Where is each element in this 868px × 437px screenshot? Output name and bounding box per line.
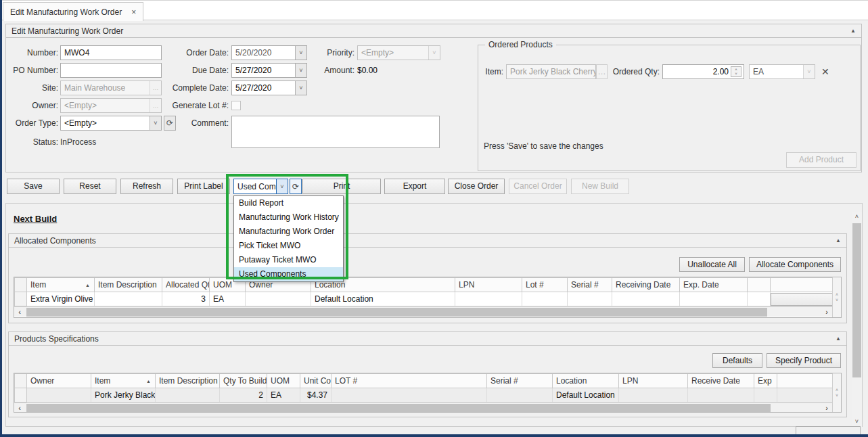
row-selector-cell[interactable]	[15, 292, 27, 306]
comment-textarea[interactable]	[231, 116, 440, 148]
cell-lpn[interactable]	[455, 292, 522, 306]
scroll-up-icon[interactable]: ˄	[852, 212, 862, 222]
dropdown-option-used-components[interactable]: Used Components	[234, 267, 343, 281]
scroll-left-icon[interactable]: ‹	[14, 403, 25, 412]
dropdown-option-putaway-ticket-mwo[interactable]: Putaway Ticket MWO	[234, 253, 343, 267]
allocated-vertical-scroll-strip[interactable]: ˄ ˅	[832, 277, 841, 317]
dropdown-option-manufacturing-work-history[interactable]: Manufacturing Work History	[234, 210, 343, 225]
defaults-button[interactable]: Defaults	[712, 353, 762, 368]
print-button[interactable]: Print	[302, 179, 381, 194]
col-lpn[interactable]: LPN	[455, 278, 522, 292]
products-hscroll-thumb[interactable]	[26, 404, 771, 412]
row-selector-cell[interactable]	[15, 388, 27, 402]
products-vertical-scroll-strip[interactable]: ˄ ˅	[832, 373, 841, 412]
main-vscroll-thumb[interactable]	[852, 223, 861, 377]
scroll-up-icon[interactable]: ˄	[836, 388, 838, 392]
col-location[interactable]: Location	[553, 374, 619, 388]
op-qty-spinner[interactable]: ˄ ˅	[731, 66, 741, 77]
op-delete-icon[interactable]: ✕	[821, 64, 829, 79]
cell-exp-date[interactable]	[680, 292, 748, 306]
scroll-up-icon[interactable]: ˄	[836, 292, 838, 297]
col-exp[interactable]: Exp	[754, 374, 777, 388]
scroll-down-icon[interactable]: ˅	[852, 417, 862, 427]
unallocate-row-button[interactable]: U	[771, 293, 832, 306]
cell-receiving-date[interactable]	[612, 292, 680, 306]
cell-owner[interactable]	[27, 388, 91, 402]
close-order-button[interactable]: Close Order	[448, 179, 505, 194]
print-label-button[interactable]: Print Label	[177, 179, 230, 194]
cell-owner[interactable]	[246, 292, 311, 306]
scroll-right-icon[interactable]: ›	[821, 307, 832, 317]
scroll-right-icon[interactable]: ›	[821, 403, 832, 412]
reset-button[interactable]: Reset	[64, 179, 116, 194]
tab-edit-manufacturing-work-order[interactable]: Edit Manufacturing Work Order ×	[3, 2, 143, 21]
next-build-heading[interactable]: Next Build	[14, 214, 57, 224]
cell-uom[interactable]: EA	[210, 292, 246, 306]
cell-serial[interactable]	[568, 292, 612, 306]
cell-location[interactable]: Default Location	[311, 292, 455, 306]
main-vertical-scrollbar[interactable]: ˄ ˅	[852, 212, 862, 427]
col-serial[interactable]: Serial #	[568, 278, 612, 292]
col-serial[interactable]: Serial #	[487, 374, 553, 388]
scroll-down-icon[interactable]: ˅	[836, 298, 838, 302]
complete-date-dropdown-icon[interactable]: ˅	[295, 81, 306, 95]
cell-exp[interactable]	[754, 388, 777, 402]
products-horizontal-scrollbar[interactable]: ‹ ›	[14, 402, 832, 412]
collapse-section-icon[interactable]: ▲	[850, 24, 856, 38]
dropdown-option-manufacturing-work-order[interactable]: Manufacturing Work Order	[234, 225, 343, 239]
cell-lpn[interactable]	[619, 388, 688, 402]
col-uom[interactable]: UOM	[267, 374, 300, 388]
col-allocated-qty[interactable]: Allocated Qty	[162, 278, 210, 292]
scroll-left-icon[interactable]: ‹	[14, 307, 25, 317]
cell-qty-to-build[interactable]: 2	[220, 388, 267, 402]
collapse-section-icon[interactable]: ▲	[836, 234, 841, 248]
allocated-hscroll-thumb[interactable]	[26, 308, 767, 317]
col-receive-date[interactable]: Receive Date	[688, 374, 754, 388]
cell-unit-cost[interactable]: $4.37	[300, 388, 332, 402]
spin-down-icon[interactable]: ˅	[735, 72, 737, 76]
export-button[interactable]: Export	[384, 179, 445, 194]
cell-location[interactable]: Default Location	[553, 388, 619, 402]
col-exp-date[interactable]: Exp. Date	[680, 278, 748, 292]
col-lot[interactable]: LOT #	[332, 374, 487, 388]
dropdown-option-build-report[interactable]: Build Report	[234, 196, 343, 210]
op-item-input: Pork Jerky Black Cherry	[506, 64, 596, 79]
report-type-refresh-button[interactable]: ⟳	[290, 179, 302, 194]
cell-receive-date[interactable]	[688, 388, 754, 402]
cell-allocated-qty[interactable]: 3	[162, 292, 210, 306]
col-owner[interactable]: Owner	[27, 374, 91, 388]
col-lpn[interactable]: LPN	[619, 374, 688, 388]
cell-item-description[interactable]	[156, 388, 220, 402]
report-type-dropdown-icon[interactable]: ˅	[276, 179, 288, 193]
specify-product-button[interactable]: Specify Product	[767, 353, 841, 368]
allocated-horizontal-scrollbar[interactable]: ‹ ›	[14, 306, 832, 317]
dropdown-option-pick-ticket-mwo[interactable]: Pick Ticket MWO	[234, 239, 343, 253]
products-row[interactable]: Pork Jerky Black Ch... 2 EA $4.37 Defaul…	[15, 388, 833, 402]
col-qty-to-build[interactable]: Qty To Build	[220, 374, 267, 388]
col-item-description[interactable]: Item Description	[95, 278, 162, 292]
cell-serial[interactable]	[487, 388, 553, 402]
col-unit-cost[interactable]: Unit Cost	[300, 374, 332, 388]
col-item[interactable]: Item▲	[27, 278, 95, 292]
cell-item[interactable]: Pork Jerky Black Ch...	[91, 388, 156, 402]
cell-lot[interactable]	[522, 292, 568, 306]
allocate-components-button[interactable]: Allocate Components	[749, 257, 841, 272]
cell-uom[interactable]: EA	[267, 388, 300, 402]
complete-date-input[interactable]: 5/27/2020 ˅	[231, 80, 307, 95]
col-item[interactable]: Item▲	[91, 374, 156, 388]
collapse-section-icon[interactable]: ▲	[836, 332, 841, 346]
allocated-row[interactable]: Extra Virgin Olive Oil 3 EA Default Loca…	[15, 292, 833, 306]
refresh-button[interactable]: Refresh	[120, 179, 173, 194]
scroll-down-icon[interactable]: ˅	[836, 393, 838, 398]
tab-close-icon[interactable]: ×	[131, 7, 136, 17]
col-item-description[interactable]: Item Description	[156, 374, 220, 388]
cell-item[interactable]: Extra Virgin Olive Oil	[27, 292, 95, 306]
cell-lot[interactable]	[332, 388, 487, 402]
col-receiving-date[interactable]: Receiving Date	[612, 278, 680, 292]
cell-item-description[interactable]	[95, 292, 162, 306]
report-type-combo[interactable]: Used Compo... ˅	[233, 179, 288, 194]
save-button[interactable]: Save	[7, 179, 60, 194]
op-qty-input[interactable]: 2.00 ˄ ˅	[662, 64, 744, 79]
unallocate-all-button[interactable]: Unallocate All	[679, 257, 745, 272]
col-lot[interactable]: Lot #	[522, 278, 568, 292]
